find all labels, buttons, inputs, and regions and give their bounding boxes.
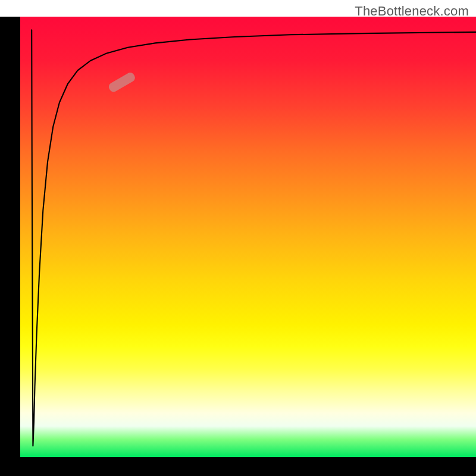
- y-axis-bar: [0, 17, 20, 466]
- bottleneck-chart: [0, 0, 476, 476]
- plot-background: [20, 17, 476, 457]
- x-axis-bar: [0, 457, 476, 476]
